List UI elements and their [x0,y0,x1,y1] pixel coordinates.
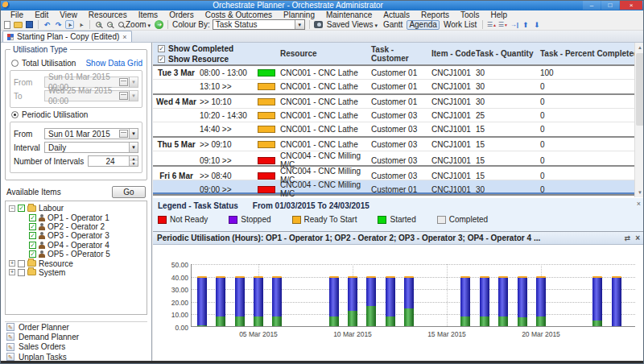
utilisation-bar-day-4[interactable] [235,276,245,326]
table-row[interactable]: Wed 4 Mar>> 10:10CNC001 - CNC LatheCusto… [153,95,644,109]
tree-checkbox[interactable] [18,269,25,276]
maximize-button[interactable] [601,1,619,10]
expander-icon[interactable]: − [9,205,15,212]
menu-item-items[interactable]: Items [133,10,163,19]
utilisation-bar-day-19[interactable] [518,276,527,326]
utilisation-bar-day-10[interactable] [348,276,357,326]
work-list-button[interactable]: Work List [442,20,479,30]
tab-close-icon[interactable] [122,32,126,41]
utilisation-bar-day-12[interactable] [386,276,395,326]
tree-item-resource[interactable]: +Resource [7,259,145,267]
menu-item-help[interactable]: Help [485,10,513,19]
tree-checkbox[interactable] [29,214,36,221]
sort-ascending-icon[interactable] [487,20,496,29]
utilisation-bar-day-11[interactable] [366,276,376,326]
table-row[interactable]: Thu 5 Mar>> 09:10CNC001 - CNC LatheCusto… [153,138,644,151]
menu-item-actuals[interactable]: Actuals [378,10,415,19]
utilisation-bar-day-13[interactable] [404,276,414,326]
utilisation-bar-day-6[interactable] [272,276,282,326]
table-row[interactable]: Tue 3 Mar08:00 - 13:00CNC001 - CNC Lathe… [153,66,644,80]
float-panel-icon[interactable] [625,234,631,242]
filter-show-resource[interactable]: Show Resource [158,54,280,64]
utilisation-bar-day-9[interactable] [329,276,339,326]
tree-checkbox[interactable] [29,242,36,249]
total-utilisation-radio[interactable] [11,60,19,67]
utilisation-bar-day-5[interactable] [254,276,263,326]
scroll-thumb[interactable] [636,53,644,126]
table-row[interactable]: Fri 6 Mar>> 08:40CNC004 - CNC Milling M/… [153,167,644,180]
periodic-from-field[interactable]: Sun 01 Mar 2015 ▼ [44,128,138,139]
expander-icon[interactable]: + [9,260,15,267]
utilisation-bar-day-17[interactable] [480,276,489,326]
spinner[interactable]: ▲▼ [129,156,138,166]
tree-checkbox[interactable] [18,205,25,212]
utilisation-bar-day-2[interactable] [197,276,207,326]
scroll-up-icon[interactable]: ▲ [635,43,644,52]
new-icon[interactable] [2,20,11,29]
tree-checkbox[interactable] [29,232,36,239]
pan-cursor-icon[interactable] [76,20,85,29]
open-icon[interactable] [14,20,23,29]
tree-item-op2-oerator-2[interactable]: OP2 - Oerator 2 [7,222,145,231]
saved-views-dropdown[interactable]: Saved Views [325,20,379,30]
column-header-task-customer[interactable]: Task - Customer [371,45,431,63]
menu-item-planning[interactable]: Planning [278,10,320,19]
refresh-icon[interactable] [155,20,163,29]
chart-close-icon[interactable] [635,234,640,242]
zoom-dropdown[interactable]: Zoom [117,20,152,30]
vertical-scrollbar[interactable]: ▲ ▼ [634,43,644,197]
utilisation-bar-day-23[interactable] [592,276,602,326]
checkbox-checked-icon[interactable] [158,45,165,52]
tree-item-op5-operator-5[interactable]: OP5 - OPerator 5 [7,250,145,259]
utilisation-bar-day-3[interactable] [216,276,225,326]
utilisation-bar-day-18[interactable] [498,276,508,326]
expander-icon[interactable]: + [9,269,15,275]
periodic-utilisation-radio[interactable] [11,111,19,118]
interval-select[interactable]: Daily ▼ [44,142,138,153]
save-icon[interactable] [25,20,34,29]
utilisation-bar-day-24[interactable] [612,276,621,326]
move-down-icon[interactable] [532,20,541,29]
table-row[interactable]: 14:40 >>CNC001 - CNC LatheCustomer 03CNC… [153,122,644,136]
menu-item-reports[interactable]: Reports [415,10,455,19]
agenda-button[interactable]: Agenda [407,20,439,30]
sort-descending-icon[interactable] [498,20,507,29]
menu-item-edit[interactable]: Edit [29,10,54,19]
menu-item-orders[interactable]: Orders [163,10,200,19]
tree-item-system[interactable]: +System [7,268,145,277]
menu-item-file[interactable]: File [5,10,29,19]
nav-item-sales-orders[interactable]: Sales Orders [5,342,147,352]
menu-item-tools[interactable]: Tools [455,10,485,19]
nav-item-order-planner[interactable]: Order Planner [5,322,147,332]
legend-close-icon[interactable] [637,200,641,208]
table-row[interactable]: 10:20 - 14:30CNC001 - CNC LatheCustomer … [153,109,644,122]
tab-starting-plan[interactable]: Starting Plan - Copy (Edited) [2,31,132,42]
go-to-icon[interactable] [510,20,518,29]
zoom-out-icon[interactable]: − [105,20,114,29]
table-row[interactable]: 13:10 >>CNC001 - CNC LatheCustomer 01CNC… [153,80,644,93]
tree-checkbox[interactable] [29,250,36,258]
zoom-in-icon[interactable]: + [94,20,103,29]
tree-checkbox[interactable] [29,223,36,230]
checkbox-checked-icon[interactable] [158,56,165,63]
column-header-resource[interactable]: Resource [280,49,371,58]
tree-item-op4-operator-4[interactable]: OP4 - Operator 4 [7,241,145,250]
scroll-down-icon[interactable]: ▼ [635,188,644,197]
close-button[interactable] [620,1,642,10]
tree-item-op1-operator-1[interactable]: OP1 - Operator 1 [7,213,145,221]
nav-item-demand-planner[interactable]: Demand Planner [5,332,147,341]
tree-checkbox[interactable] [18,260,25,267]
menu-item-maintenance[interactable]: Maintenance [320,10,378,19]
colour-by-select[interactable]: Task Status ▼ [213,19,305,30]
menu-item-view[interactable]: View [54,10,83,19]
move-up-icon[interactable] [521,20,530,29]
go-button[interactable]: Go [112,186,146,198]
column-header-task-percent-completed[interactable]: Task - Percent Completed [540,49,644,58]
minimize-button[interactable] [583,1,601,10]
show-data-grid-link[interactable]: Show Data Grid [85,59,142,68]
menu-item-resources[interactable]: Resources [83,10,133,19]
menu-item-costs-outcomes[interactable]: Costs & Outcomes [200,10,278,19]
redo-icon[interactable] [54,20,63,29]
column-header-item-code[interactable]: Item - Code [431,49,476,58]
table-row[interactable]: 09:10 >>CNC004 - CNC Milling M/CCustomer… [153,151,644,165]
